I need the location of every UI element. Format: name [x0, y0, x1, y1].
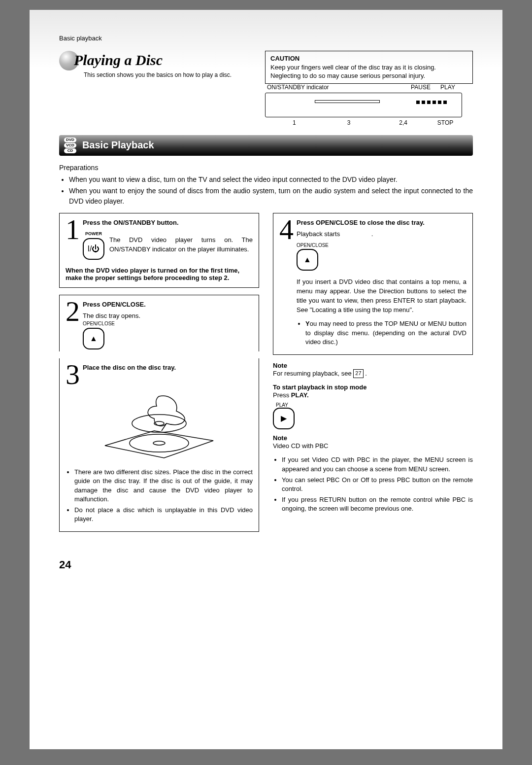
- caution-label: CAUTION: [270, 55, 299, 62]
- note-label: Note: [273, 434, 473, 442]
- step-1-note: When the DVD video player is turned on f…: [66, 267, 253, 281]
- header-section-label: Basic playback: [59, 35, 473, 42]
- page-title: Playing a Disc: [74, 52, 163, 69]
- step-number: 3: [66, 363, 80, 386]
- device-ref-24: 2,4: [376, 119, 431, 126]
- play-icon: ▶: [273, 408, 295, 429]
- step-1-box: 1 Press the ON/STANDBY button. POWER I/⏻…: [59, 213, 259, 288]
- prep-item: When you want to view a disc, turn on th…: [69, 174, 473, 184]
- device-label-pause: PAUSE: [406, 84, 435, 91]
- stop-mode-play: PLAY.: [291, 391, 309, 399]
- note-label: Note: [273, 362, 473, 369]
- step-4-box: 4 Press OPEN/CLOSE to close the disc tra…: [273, 213, 473, 355]
- pbc-heading: Video CD with PBC: [273, 442, 473, 451]
- stop-mode-prefix: Press: [273, 391, 291, 399]
- caution-box: CAUTION Keep your fingers well clear of …: [265, 51, 473, 84]
- section-title: Basic Playback: [82, 139, 154, 151]
- page-ref-box: 27: [353, 369, 363, 378]
- step-4-bullet-text: ou may need to press the TOP MENU or MEN…: [305, 320, 466, 345]
- step-4-bullet: You may need to press the TOP MENU or ME…: [305, 319, 466, 347]
- prep-item: When you want to enjoy the sound of disc…: [69, 186, 473, 206]
- device-ref-1: 1: [267, 119, 322, 126]
- svg-point-2: [132, 415, 186, 432]
- step-3-heading: Place the disc on the disc tray.: [83, 363, 253, 373]
- preparations-block: Preparations When you want to view a dis…: [59, 163, 473, 206]
- step-number: 2: [66, 300, 80, 349]
- step-3-box: 3 Place the disc on the disc tray.: [59, 358, 259, 532]
- badge-dvd: DVD: [64, 138, 76, 142]
- manual-page: Basic playback Playing a Disc This secti…: [30, 10, 502, 749]
- step-2-desc: The disc tray opens.: [83, 312, 253, 321]
- page-subtitle: This section shows you the basics on how…: [84, 71, 253, 78]
- title-and-caution-row: Playing a Disc This section shows you th…: [59, 51, 473, 126]
- note-resume-prefix: For resuming playback, see: [273, 370, 353, 377]
- caution-text: Keep your fingers well clear of the disc…: [270, 64, 436, 80]
- step-1-desc: The DVD video player turns on. The ON/ST…: [109, 236, 253, 254]
- device-ref-3: 3: [322, 119, 376, 126]
- disc-type-badges: DVD VCD CD: [64, 138, 76, 153]
- page-number: 24: [59, 558, 473, 571]
- step-3-bullet: Do not place a disc which is unplayable …: [74, 506, 253, 523]
- step-2-box: 2 Press OPEN/CLOSE. The disc tray opens.…: [59, 295, 259, 351]
- power-icon: I/⏻: [83, 238, 104, 260]
- note-resume-text: For resuming playback, see 27 .: [273, 369, 473, 379]
- pbc-bullet: If you set Video CD with PBC in the play…: [282, 455, 473, 473]
- pbc-bullet: You can select PBC On or Off to press PB…: [282, 476, 473, 493]
- pbc-bullet: If you press RETURN button on the remote…: [282, 495, 473, 513]
- step-4-body: If you insert a DVD video disc that cont…: [297, 278, 466, 314]
- power-label: POWER: [85, 231, 102, 237]
- step-number: 4: [279, 218, 294, 348]
- step-number: 1: [66, 218, 80, 260]
- step-4-desc: Playback starts: [297, 230, 340, 238]
- disc-tray-illustration: [66, 389, 253, 463]
- svg-point-0: [130, 434, 189, 452]
- play-label: PLAY: [276, 402, 473, 408]
- svg-point-1: [153, 441, 165, 445]
- device-label-play: PLAY: [435, 84, 460, 91]
- step-3-bullet: There are two different disc sizes. Plac…: [74, 468, 253, 504]
- device-label-indicator: ON/STANDBY indicator: [267, 84, 406, 91]
- badge-cd: CD: [64, 148, 76, 153]
- device-diagram: ON/STANDBY indicator PAUSE PLAY 1 3 2,4 …: [265, 84, 462, 126]
- section-bar: DVD VCD CD Basic Playback: [59, 135, 473, 156]
- preparations-label: Preparations: [59, 164, 98, 172]
- tray-svg-icon: [95, 391, 223, 460]
- step-2-heading: Press OPEN/CLOSE.: [83, 300, 253, 310]
- eject-icon: ▲: [297, 249, 318, 271]
- device-outline: [265, 93, 462, 117]
- steps-columns: 1 Press the ON/STANDBY button. POWER I/⏻…: [59, 213, 473, 539]
- device-label-stop: STOP: [431, 119, 460, 126]
- openclose-label: OPEN/CLOSE: [297, 242, 466, 249]
- stop-mode-heading: To start playback in stop mode: [273, 383, 473, 391]
- step-1-heading: Press the ON/STANDBY button.: [83, 218, 253, 228]
- eject-icon: ▲: [83, 328, 104, 349]
- stop-mode-sub: Press PLAY.: [273, 391, 473, 400]
- openclose-label: OPEN/CLOSE: [83, 320, 253, 328]
- badge-vcd: VCD: [64, 143, 76, 148]
- step-4-heading: Press OPEN/CLOSE to close the disc tray.: [297, 218, 466, 228]
- step-4-after: .: [371, 230, 373, 238]
